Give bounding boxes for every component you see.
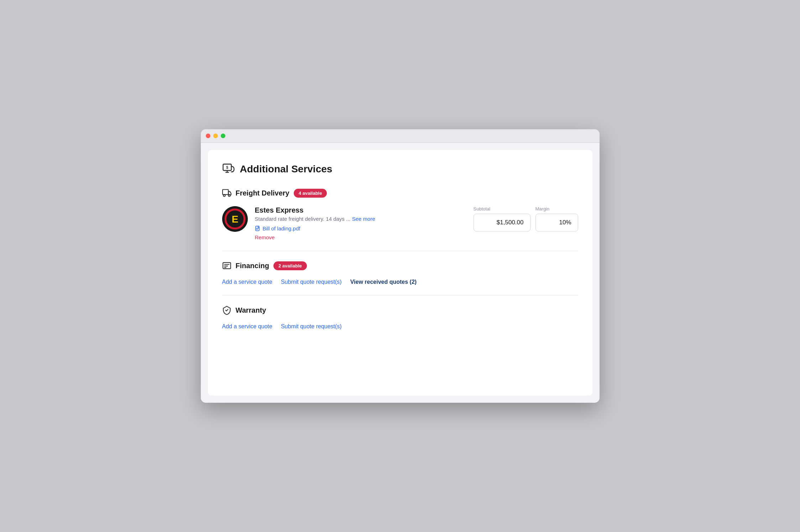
subtotal-label: Subtotal — [474, 206, 530, 212]
warranty-section-title: Warranty — [236, 306, 266, 314]
page-header: $ $ Additional Services — [222, 163, 578, 176]
pdf-icon — [255, 226, 261, 231]
svg-text:$: $ — [226, 166, 228, 169]
margin-label: Margin — [535, 206, 578, 212]
freight-section-title: Freight Delivery — [236, 189, 289, 197]
svg-rect-9 — [223, 189, 228, 194]
financing-submit-quote-button[interactable]: Submit quote request(s) — [281, 279, 342, 285]
provider-name: Estes Express — [255, 206, 466, 214]
warranty-action-links: Add a service quote Submit quote request… — [222, 323, 578, 330]
provider-description: Standard rate freight delivery. 14 days … — [255, 216, 466, 222]
subtotal-input[interactable] — [474, 214, 530, 231]
section-header-financing: Financing 2 available — [222, 261, 578, 270]
services-icon: $ — [222, 163, 235, 176]
section-header-freight: Freight Delivery 4 available — [222, 188, 578, 198]
titlebar — [201, 129, 600, 143]
estes-logo-svg: E — [222, 206, 248, 232]
financing-add-quote-button[interactable]: Add a service quote — [222, 279, 272, 285]
pricing-fields: Subtotal Margin — [474, 206, 578, 231]
section-warranty: Warranty Add a service quote Submit quot… — [222, 306, 578, 330]
minimize-button[interactable] — [213, 134, 218, 138]
section-freight-delivery: Freight Delivery 4 available E — [222, 188, 578, 241]
margin-group: Margin — [535, 206, 578, 231]
margin-input[interactable] — [535, 214, 578, 231]
divider-2 — [222, 295, 578, 296]
svg-text:E: E — [231, 214, 238, 225]
svg-point-4 — [232, 171, 233, 172]
bill-of-lading-link[interactable]: Bill of lading.pdf — [255, 225, 466, 231]
remove-button[interactable]: Remove — [255, 234, 275, 240]
subtotal-group: Subtotal — [474, 206, 530, 231]
freight-badge: 4 available — [294, 189, 327, 198]
financing-view-quotes-button[interactable]: View received quotes (2) — [350, 279, 417, 285]
estes-express-card: E Estes Express Standard rate freight de… — [222, 206, 578, 241]
financing-action-links: Add a service quote Submit quote request… — [222, 279, 578, 285]
financing-icon — [222, 261, 231, 270]
svg-point-11 — [228, 194, 230, 196]
close-button[interactable] — [206, 134, 210, 138]
financing-badge: 2 available — [273, 261, 307, 270]
main-content: $ $ Additional Services — [208, 150, 592, 396]
section-header-warranty: Warranty — [222, 306, 578, 315]
truck-icon — [222, 188, 231, 198]
warranty-submit-quote-button[interactable]: Submit quote request(s) — [281, 323, 342, 330]
maximize-button[interactable] — [221, 134, 225, 138]
provider-info: Estes Express Standard rate freight deli… — [255, 206, 466, 241]
svg-point-10 — [223, 194, 225, 196]
section-financing: Financing 2 available Add a service quot… — [222, 261, 578, 285]
financing-section-title: Financing — [236, 262, 269, 270]
app-window: $ $ Additional Services — [201, 129, 600, 403]
see-more-link[interactable]: See more — [352, 216, 375, 222]
page-title: Additional Services — [240, 163, 333, 175]
estes-logo: E — [222, 206, 248, 232]
divider-1 — [222, 251, 578, 251]
warranty-icon — [222, 306, 231, 315]
warranty-add-quote-button[interactable]: Add a service quote — [222, 323, 272, 330]
